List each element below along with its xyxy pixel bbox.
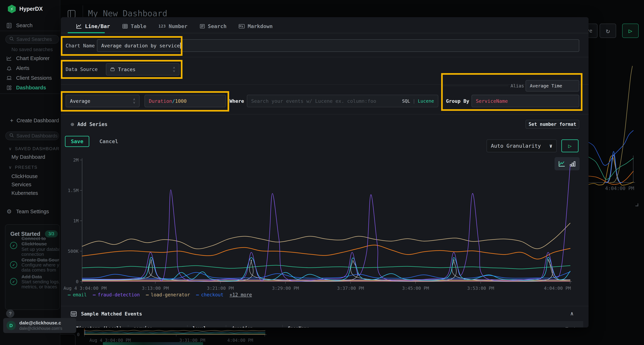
user-menu-chip[interactable]: D dale@clickhouse.c dale@clickhouse.com'… [3,318,76,333]
chart-legend: —email —fraud-detection —load-generator … [68,292,252,298]
tabs-divider [61,33,588,33]
sidebar-item-clickhouse[interactable]: ClickHouse [12,173,38,179]
sidebar-item-label: Chart Explorer [16,55,50,61]
column-header-timestamp[interactable]: Timestamp (Local) [76,326,128,328]
list-icon [200,23,205,29]
search-icon [9,36,14,42]
run-query-button[interactable]: ▷ [622,23,639,38]
column-header-service[interactable]: service [134,326,187,328]
line-chart-icon [6,56,12,61]
aggregation-fn-select[interactable]: Average ˄˅ [66,95,140,107]
column-separator[interactable] [282,325,283,328]
set-number-format-button[interactable]: Set number format [526,120,579,129]
play-icon: ▷ [568,142,572,149]
row-divider [61,84,588,84]
download-icon[interactable]: ↓ [573,325,576,328]
group-by-input[interactable]: ServiceName [472,95,579,107]
sidebar-item-services[interactable]: Services [12,182,31,188]
saved-searches-input[interactable]: Saved Searches [5,35,59,44]
chevron-down-icon: ∨ [549,143,552,149]
save-button[interactable]: Save [65,136,89,147]
sidebar: ⚡ HyperDX Search Saved Searches No saved… [0,0,60,345]
set-number-format-label: Set number format [528,122,576,127]
tab-markdown[interactable]: Markdown [239,23,273,29]
svg-text:3:21:00 PM: 3:21:00 PM [207,286,234,291]
column-header-spanname[interactable]: SpanName [288,326,529,328]
create-dashboard-button[interactable]: + Create Dashboard [10,117,59,124]
dashboards-icon [6,85,12,90]
chevron-down-icon: ∨ [8,165,12,170]
step-line: connection [22,252,60,257]
table-icon [122,23,128,29]
mode-separator: | [413,98,416,104]
group-by-label: Group By [446,98,469,104]
laptop-icon [6,76,12,80]
legend-item[interactable]: —load-generator [146,292,190,298]
section-saved-dashboards[interactable]: ∨ SAVED DASHBOARDS [8,146,60,151]
saved-dashboards-input[interactable]: Saved Dashboards [5,132,59,140]
sidebar-item-alerts[interactable]: Alerts [6,65,29,71]
column-header-duration[interactable]: duration [231,326,282,328]
legend-item[interactable]: —email [68,292,87,298]
where-input[interactable]: Search your events w/ Lucene ex. column:… [247,95,438,107]
run-chart-button[interactable]: ▷ [561,139,578,152]
step-line: Start sending logs, [22,279,60,285]
topbar-separator [83,5,83,17]
active-tab-underline [68,32,105,33]
section-header-label: PRESETS [15,165,38,170]
preview-chart: 0500K1M1.5M2MAug 4 3:04:00 PM3:13:00 PM3… [61,153,588,296]
granularity-select[interactable]: Auto Granularity ∨ [486,139,557,152]
svg-text:2M: 2M [73,157,78,163]
legend-item[interactable]: —fraud-detection [93,292,140,298]
saved-dashboards-placeholder: Saved Dashboards [16,133,58,139]
background-chart-right: 4:04:00 PM [588,59,644,220]
alias-input[interactable]: Average Time [526,80,579,91]
sidebar-item-chart-explorer[interactable]: Chart Explorer [6,55,50,61]
tab-number[interactable]: 123 Number [158,23,188,29]
brand-name: HyperDX [19,6,43,12]
section-presets[interactable]: ∨ PRESETS [8,165,60,170]
sidebar-divider [0,31,60,31]
legend-more-link[interactable]: +12 more [230,292,252,298]
group-by-value: ServiceName [476,98,508,104]
sidebar-item-my-dashboard[interactable]: My Dashboard [12,154,45,160]
sidebar-item-search[interactable]: Search [6,22,32,28]
step-line: Add Data [22,274,60,280]
legend-swatch: — [68,292,71,298]
sidebar-item-client-sessions[interactable]: Client Sessions [6,75,52,81]
select-chevrons-icon: ˄˅ [173,66,175,73]
cancel-button[interactable]: Cancel [96,136,121,147]
tab-search[interactable]: Search [200,23,227,29]
chart-name-input[interactable]: Average duration by service [97,39,579,52]
sidebar-item-team-settings[interactable]: ⚙ Team Settings [6,208,49,215]
aggregation-fn-value: Average [70,98,90,104]
sample-events-title: Sample Matched Events [81,311,142,317]
refresh-icon: ↻ [606,27,610,35]
column-separator[interactable] [226,325,226,328]
chevron-down-icon: ∨ [8,146,12,151]
help-button[interactable]: ? [6,310,14,318]
legend-item[interactable]: —checkout [196,292,224,298]
sql-mode-toggle[interactable]: SQL [402,98,410,104]
refresh-button[interactable]: ↻ [600,23,616,38]
table-options-icon[interactable]: ≡ [565,325,568,328]
lucene-mode-toggle[interactable]: Lucene [418,98,434,104]
aggregation-expression-input[interactable]: Duration/1000 [144,95,226,107]
svg-text:1.5M: 1.5M [68,188,78,193]
granularity-value: Auto Granularity [491,143,541,149]
column-separator[interactable] [128,325,128,328]
collapse-section-icon[interactable]: ∧ [570,310,574,317]
data-source-select[interactable]: Traces ˄˅ [106,63,180,75]
sample-events-header[interactable]: Sample Matched Events [71,311,142,317]
add-series-button[interactable]: ⊕ Add Series [71,121,108,128]
expression-tokens: Duration/1000 [149,98,186,104]
column-header-level[interactable]: level [193,326,226,328]
row-divider [61,57,588,57]
tab-line-bar[interactable]: Line/Bar [76,23,110,29]
column-separator[interactable] [187,325,188,328]
tab-table[interactable]: Table [122,23,146,29]
sidebar-item-dashboards[interactable]: Dashboards [6,85,46,91]
page-title: My New Dashboard [88,8,167,18]
step-line: Create Data Sour [22,257,60,263]
sidebar-item-kubernetes[interactable]: Kubernetes [12,190,38,196]
